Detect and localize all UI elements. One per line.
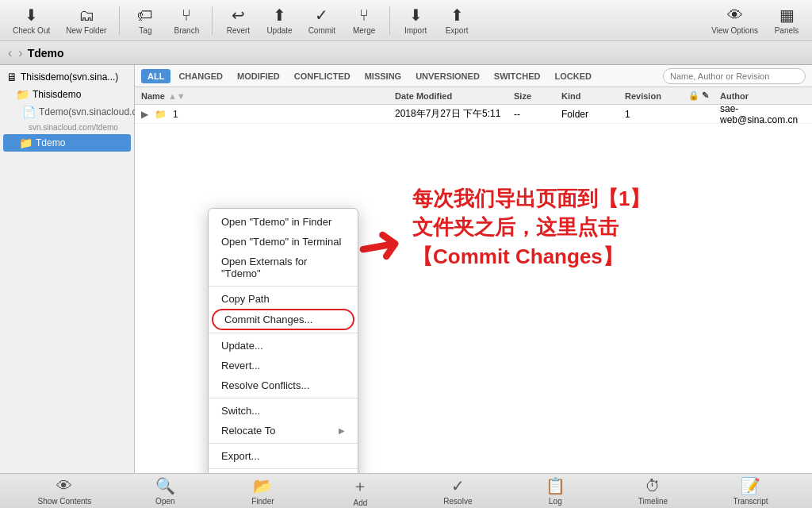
- commit-label: Commit: [308, 26, 335, 35]
- submenu-arrow: ▶: [339, 426, 345, 435]
- toolbar-sep-2: [212, 6, 213, 35]
- tab-switched[interactable]: SWITCHED: [488, 69, 547, 83]
- import-button[interactable]: ⬇ Import: [396, 3, 435, 38]
- folder-icon-tdemo: 📁: [19, 137, 33, 149]
- tab-unversioned[interactable]: UNVERSIONED: [409, 69, 486, 83]
- ctx-revert[interactable]: Revert...: [209, 356, 358, 375]
- nav-back[interactable]: ‹: [6, 46, 13, 60]
- tab-missing[interactable]: MISSING: [358, 69, 408, 83]
- file-content-area: ▶ 📁 1 2018年7月27日 下午5:11 -- Folder 1 sae-…: [135, 105, 812, 473]
- transcript-button[interactable]: 📝 Transcript: [726, 476, 774, 506]
- timeline-icon: ⏱: [645, 477, 661, 495]
- sidebar-url-label: svn.sinacloud.com/tdemo: [29, 123, 118, 132]
- annotation-line1: 每次我们导出页面到【1】: [412, 184, 650, 213]
- col-header-flags: 🔒 ✎: [688, 90, 720, 101]
- context-menu: Open "Tdemo" in Finder Open "Tdemo" in T…: [208, 208, 358, 473]
- sidebar-item-tdemo[interactable]: 📁 Tdemo: [3, 134, 131, 152]
- sidebar-item-label: Tdemo: [36, 137, 65, 148]
- ctx-relocate-to[interactable]: Relocate To ▶: [209, 421, 358, 441]
- branch-button[interactable]: ⑂ Branch: [167, 3, 205, 38]
- file-name: ▶ 📁 1: [141, 109, 395, 120]
- ctx-copy-path[interactable]: Copy Path: [209, 289, 358, 309]
- tab-locked[interactable]: LOCKED: [549, 69, 598, 83]
- ctx-switch[interactable]: Switch...: [209, 401, 358, 421]
- merge-button[interactable]: ⑂ Merge: [345, 3, 383, 38]
- sidebar-item-label: Thisisdemo: [33, 89, 81, 100]
- view-options-button[interactable]: 👁 View Options: [705, 3, 764, 38]
- transcript-label: Transcript: [733, 497, 768, 506]
- merge-label: Merge: [353, 26, 375, 35]
- toolbar-sep-1: [119, 6, 120, 35]
- ctx-clean[interactable]: Clean: [209, 471, 358, 473]
- sidebar-item-tdemo-svn[interactable]: 📄 Tdemo(svn.sinacloud.co...: [0, 103, 134, 121]
- tab-modified[interactable]: MODIFIED: [231, 69, 286, 83]
- ctx-resolve-conflicts[interactable]: Resolve Conflicts...: [209, 375, 358, 395]
- show-contents-label: Show Contents: [38, 497, 92, 506]
- tab-changed[interactable]: CHANGED: [172, 69, 229, 83]
- ctx-open-externals[interactable]: Open Externals for "Tdemo": [209, 252, 358, 283]
- open-button[interactable]: 🔍 Open: [141, 476, 189, 506]
- show-contents-icon: 👁: [56, 477, 72, 495]
- ctx-sep-4: [209, 443, 358, 444]
- commit-button[interactable]: ✓ Commit: [302, 3, 342, 38]
- branch-label: Branch: [174, 26, 200, 35]
- file-kind: Folder: [561, 109, 625, 120]
- checkout-label: Check Out: [13, 26, 50, 35]
- file-list-header: Name ▲▼ Date Modified Size Kind Revision…: [135, 87, 812, 105]
- log-button[interactable]: 📋 Log: [531, 476, 579, 506]
- ctx-sep-5: [209, 468, 358, 469]
- tag-label: Tag: [139, 26, 151, 35]
- col-header-name: Name ▲▼: [141, 91, 395, 101]
- ctx-open-finder[interactable]: Open "Tdemo" in Finder: [209, 212, 358, 232]
- breadcrumb-title: Tdemo: [28, 47, 64, 60]
- ctx-sep-3: [209, 398, 358, 398]
- bottom-toolbar: 👁 Show Contents 🔍 Open 📂 Finder ＋ Add ✓ …: [0, 473, 812, 508]
- tag-button[interactable]: 🏷 Tag: [126, 3, 164, 38]
- col-header-author: Author: [720, 91, 806, 101]
- annotation-arrow: ➜: [351, 213, 408, 285]
- add-label: Add: [353, 498, 367, 507]
- open-icon: 🔍: [155, 476, 175, 495]
- col-header-size: Size: [514, 91, 561, 101]
- ctx-update[interactable]: Update...: [209, 336, 358, 356]
- expand-icon: ▶: [141, 109, 148, 120]
- tag-icon: 🏷: [137, 6, 153, 25]
- toolbar-sep-3: [389, 6, 390, 35]
- show-contents-button[interactable]: 👁 Show Contents: [38, 477, 92, 506]
- file-date: 2018年7月27日 下午5:11: [395, 107, 514, 121]
- checkout-button[interactable]: ⬇ Check Out: [6, 3, 56, 38]
- col-header-kind: Kind: [561, 91, 625, 101]
- folder-icon: 📁: [155, 109, 167, 120]
- file-revision: 1: [625, 109, 688, 120]
- computer-icon: 🖥: [6, 71, 17, 83]
- ctx-commit-changes[interactable]: Commit Changes...: [212, 309, 354, 330]
- add-button[interactable]: ＋ Add: [336, 475, 384, 507]
- breadcrumb: ‹ › Tdemo: [0, 41, 812, 65]
- sidebar: 🖥 Thisisdemo(svn.sina...) 📁 Thisisdemo 📄…: [0, 65, 135, 473]
- table-row[interactable]: ▶ 📁 1 2018年7月27日 下午5:11 -- Folder 1 sae-…: [135, 105, 812, 124]
- revert-button[interactable]: ↩ Revert: [219, 3, 257, 38]
- export-button[interactable]: ⬆ Export: [438, 3, 476, 38]
- sidebar-item-thisisdemo-svn[interactable]: 🖥 Thisisdemo(svn.sina...): [0, 68, 134, 86]
- commit-icon: ✓: [315, 6, 328, 25]
- nav-forward[interactable]: ›: [17, 46, 24, 60]
- annotation-overlay: 每次我们导出页面到【1】 文件夹之后，这里点击 【Commit Changes】: [412, 184, 650, 271]
- finder-button[interactable]: 📂 Finder: [239, 476, 286, 506]
- timeline-button[interactable]: ⏱ Timeline: [629, 477, 676, 506]
- resolve-button[interactable]: ✓ Resolve: [434, 476, 481, 506]
- tab-all[interactable]: ALL: [141, 69, 170, 83]
- tab-conflicted[interactable]: CONFLICTED: [288, 69, 357, 83]
- ctx-open-terminal[interactable]: Open "Tdemo" in Terminal: [209, 232, 358, 252]
- sort-icon: ▲▼: [168, 91, 186, 101]
- filter-search-input[interactable]: [663, 68, 806, 84]
- sidebar-item-tdemo-url[interactable]: svn.sinacloud.com/tdemo: [0, 121, 134, 134]
- annotation-line2: 文件夹之后，这里点击: [412, 213, 650, 241]
- update-button[interactable]: ⬆ Update: [260, 3, 298, 38]
- sidebar-item-thisisdemo[interactable]: 📁 Thisisdemo: [0, 86, 134, 103]
- ctx-export[interactable]: Export...: [209, 446, 358, 466]
- new-folder-button[interactable]: 🗂 New Folder: [59, 3, 113, 38]
- add-icon: ＋: [352, 475, 368, 497]
- file-author: sae-web@sina.com.cn: [720, 105, 806, 125]
- update-icon: ⬆: [273, 6, 286, 25]
- panels-button[interactable]: ▦ Panels: [768, 3, 806, 38]
